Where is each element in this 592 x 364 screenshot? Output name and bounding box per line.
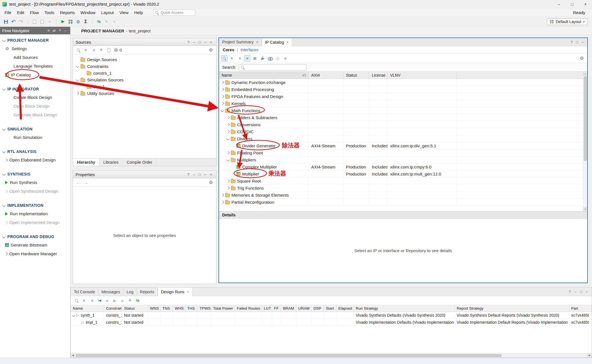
collapse-all-icon[interactable]: « <box>229 55 235 61</box>
run-icon[interactable] <box>60 19 66 25</box>
column-header-lut[interactable]: LUT <box>262 305 272 312</box>
help-icon[interactable]: ? <box>57 28 62 34</box>
chevron-right-icon[interactable] <box>221 193 224 196</box>
collapse-all-icon[interactable]: « <box>81 298 87 304</box>
close-icon[interactable]: × <box>208 172 214 177</box>
float-icon[interactable]: ⌐ <box>584 289 589 294</box>
chevron-right-icon[interactable] <box>221 81 224 84</box>
scroll-left-icon[interactable]: ◀ <box>71 353 75 358</box>
source-item-design-sources[interactable]: Design Sources <box>73 56 216 63</box>
source-item-constrs-1[interactable]: constrs_1 <box>73 70 216 76</box>
flow-item-settings[interactable]: ⚙Settings <box>0 44 70 53</box>
column-header-tns[interactable]: TNS <box>160 305 173 312</box>
scroll-down-icon[interactable]: ▼ <box>583 207 587 211</box>
link-icon[interactable] <box>267 55 273 61</box>
column-header-name[interactable]: Name∧1 <box>219 72 309 79</box>
flow-item-open-implemented-design[interactable]: Open Implemented Design <box>0 218 70 227</box>
help-icon[interactable]: ? <box>186 172 191 177</box>
design-run-row-synth-1[interactable]: ▷synth_1constrs_1Not startedVivado Synth… <box>71 312 592 319</box>
minimize-icon[interactable]: – <box>63 28 68 34</box>
flow-section-header[interactable]: SIMULATION <box>0 125 70 133</box>
column-header-name[interactable]: Name <box>71 305 104 312</box>
tab-compile-order[interactable]: Compile Order <box>123 158 156 166</box>
minimize-icon[interactable]: – <box>191 172 197 177</box>
first-icon[interactable]: |◀ <box>96 298 103 304</box>
flow-item-run-synthesis[interactable]: Run Synthesis <box>0 178 70 187</box>
group-icon[interactable]: ≡ <box>244 55 250 61</box>
ip-row-complex-multiplier[interactable]: Complex MultiplierAXI4-StreamProductionI… <box>219 163 587 170</box>
subnav-interfaces[interactable]: Interfaces <box>240 48 259 52</box>
forward-icon[interactable]: » <box>119 298 125 304</box>
flow-item-run-implementation[interactable]: Run Implementation <box>0 209 70 218</box>
expand-all-icon[interactable]: « <box>89 298 95 304</box>
tab-ip-catalog[interactable]: IP Catalog× <box>262 38 292 46</box>
chevron-right-icon[interactable] <box>226 186 229 189</box>
ip-row-math-functions[interactable]: Math Functions <box>219 107 587 114</box>
chevron-right-icon[interactable] <box>76 92 79 95</box>
chevron-right-icon[interactable] <box>5 158 8 161</box>
help-icon[interactable]: ? <box>569 39 574 45</box>
expand-all-icon[interactable]: « <box>237 55 243 61</box>
flow-item-add-sources[interactable]: Add Sources <box>0 53 70 62</box>
column-header-ff[interactable]: FF <box>272 305 281 312</box>
menu-window[interactable]: Window <box>78 9 98 16</box>
maximize-icon[interactable]: □ <box>197 39 202 45</box>
ip-row-dividers[interactable]: Dividers <box>219 135 587 142</box>
column-header-failed-routes[interactable]: Failed Routes <box>235 305 262 312</box>
float-icon[interactable]: ⌐ <box>203 172 208 177</box>
chevron-down-icon[interactable] <box>72 314 75 317</box>
column-header-uram[interactable]: URAM <box>296 305 312 312</box>
search-icon[interactable] <box>74 298 80 304</box>
column-header-report-strategy[interactable]: Report Strategy <box>455 305 569 312</box>
source-item-utility-sources[interactable]: Utility Sources <box>73 90 216 97</box>
menu-edit[interactable]: Edit <box>14 9 27 16</box>
column-header-axi4[interactable]: AXI4 <box>309 72 343 79</box>
collapse-all-icon[interactable]: « <box>83 47 89 53</box>
tab-reports[interactable]: Reports <box>137 288 158 296</box>
paste-icon[interactable] <box>39 19 45 25</box>
flow-item-language-templates[interactable]: Language Templates <box>0 62 70 70</box>
column-header-total-power[interactable]: Total Power <box>211 305 235 312</box>
sum-icon[interactable]: Σ <box>83 19 89 25</box>
tab-libraries[interactable]: Libraries <box>100 158 123 166</box>
menu-file[interactable]: File <box>2 9 14 16</box>
flow-item-generate-block-design[interactable]: Generate Block Design <box>0 110 70 119</box>
scroll-up-icon[interactable]: ▲ <box>583 72 587 76</box>
percent-icon[interactable]: % <box>134 298 141 304</box>
column-header-tpws[interactable]: TPWS <box>198 305 211 312</box>
flow-section-header[interactable]: RTL ANALYSIS <box>0 147 70 156</box>
minimize-icon[interactable]: – <box>573 289 578 294</box>
tab-project-summary[interactable]: Project Summary× <box>219 38 262 46</box>
chevron-right-icon[interactable] <box>226 116 229 119</box>
float-icon[interactable]: ⌐ <box>203 39 208 45</box>
tab-design-runs[interactable]: Design Runs× <box>158 288 193 296</box>
ip-row-square-root[interactable]: Square Root <box>219 177 587 185</box>
wrench-icon[interactable] <box>259 55 266 61</box>
column-header-run-strategy[interactable]: Run Strategy <box>354 305 455 312</box>
hierarchy-icon[interactable]: ⊞ <box>252 55 258 61</box>
percent-icon[interactable]: % <box>96 19 102 25</box>
ip-row-partial-reconfiguration[interactable]: Partial Reconfiguration <box>219 199 587 206</box>
flow-item-ip-catalog[interactable]: IP Catalog <box>0 70 70 79</box>
source-item-simulation-sources[interactable]: Simulation Sources <box>73 76 216 83</box>
flow-section-header[interactable]: IP INTEGRATOR <box>0 85 70 93</box>
chevron-down-icon[interactable] <box>76 78 79 81</box>
ip-search-input[interactable] <box>239 64 306 70</box>
maximize-icon[interactable]: □ <box>578 289 584 294</box>
gear-icon[interactable]: ⚙ <box>208 47 214 53</box>
column-header-bram[interactable]: BRAM <box>281 305 296 312</box>
add-icon[interactable]: + <box>98 47 104 53</box>
column-header-status[interactable]: Status <box>343 72 369 79</box>
scroll-right-icon[interactable]: ▶ <box>587 353 592 358</box>
gear-icon[interactable]: ⚙ <box>579 55 585 61</box>
window-maximize-button[interactable]: □ <box>566 0 579 8</box>
chevron-right-icon[interactable] <box>221 102 224 105</box>
flow-section-header[interactable]: SYNTHESIS <box>0 170 70 178</box>
help-icon[interactable]: ? <box>567 289 573 294</box>
target-icon[interactable]: ◎ <box>275 55 281 61</box>
float-icon[interactable]: ⌐ <box>580 39 586 45</box>
ip-row-dynamic-function-exchange[interactable]: Dynamic Function eXchange <box>219 79 587 86</box>
flow-section-header[interactable]: PROGRAM AND DEBUG <box>0 232 70 241</box>
source-item-constraints[interactable]: Constraints <box>73 63 216 70</box>
flow-item-open-synthesized-design[interactable]: Open Synthesized Design <box>0 187 70 196</box>
